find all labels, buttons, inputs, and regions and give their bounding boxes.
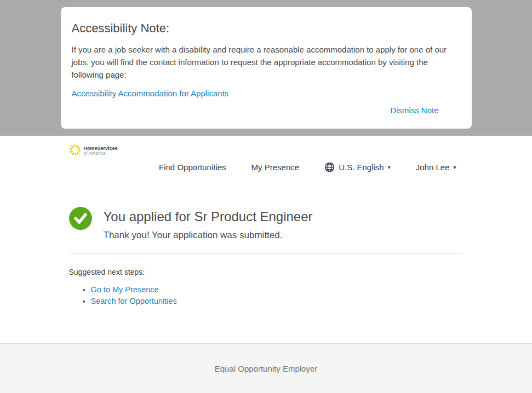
language-label: U.S. English	[339, 163, 384, 172]
confirmation-title: You applied for Sr Product Engineer	[104, 209, 313, 224]
company-logo[interactable]: HomeServices of America	[69, 144, 135, 158]
page-body: HomeServices of America Find Opportuniti…	[0, 136, 532, 343]
user-name-label: John Lee	[416, 163, 450, 172]
logo-text: HomeServices of America	[84, 146, 118, 156]
confirmation-text: You applied for Sr Product Engineer Than…	[104, 207, 313, 241]
confirmation-subtitle: Thank you! Your application was submitte…	[104, 230, 313, 241]
user-menu[interactable]: John Lee ▾	[416, 163, 456, 172]
accessibility-note-card: Accessibility Note: If you are a job see…	[61, 7, 472, 129]
search-for-opportunities-link[interactable]: Search for Opportunities	[91, 297, 177, 305]
caret-down-icon: ▾	[388, 164, 391, 170]
nav-my-presence[interactable]: My Presence	[251, 163, 300, 172]
section-divider	[69, 253, 464, 253]
list-item: Search for Opportunities	[91, 296, 464, 307]
language-selector[interactable]: U.S. English ▾	[324, 162, 391, 172]
footer-text: Equal Opportunity Employer	[215, 364, 318, 373]
note-title: Accessibility Note:	[72, 21, 461, 36]
logo-line2: of America	[84, 151, 118, 156]
go-to-my-presence-link[interactable]: Go to My Presence	[91, 285, 159, 294]
accessibility-banner-region: Accessibility Note: If you are a job see…	[0, 0, 532, 136]
accessibility-accommodation-link[interactable]: Accessibility Accommodation for Applican…	[72, 89, 229, 98]
site-footer: Equal Opportunity Employer	[0, 343, 532, 393]
dismiss-note-link[interactable]: Dismiss Note	[390, 106, 438, 115]
application-confirmation: You applied for Sr Product Engineer Than…	[69, 207, 464, 241]
sun-logo-icon	[69, 144, 81, 158]
main-nav: Find Opportunities My Presence U.S. Engl…	[69, 160, 464, 174]
main-content: You applied for Sr Product Engineer Than…	[69, 207, 464, 307]
caret-down-icon: ▾	[453, 164, 456, 170]
list-item: Go to My Presence	[91, 284, 464, 296]
note-body: If you are a job seeker with a disabilit…	[72, 43, 458, 81]
check-circle-icon	[69, 207, 92, 232]
next-steps-heading: Suggested next steps:	[69, 268, 464, 276]
site-header: HomeServices of America Find Opportuniti…	[69, 136, 464, 174]
dismiss-row: Dismiss Note	[72, 106, 461, 115]
next-steps-list: Go to My Presence Search for Opportuniti…	[69, 284, 464, 307]
globe-icon	[324, 162, 335, 172]
nav-find-opportunities[interactable]: Find Opportunities	[159, 163, 226, 172]
